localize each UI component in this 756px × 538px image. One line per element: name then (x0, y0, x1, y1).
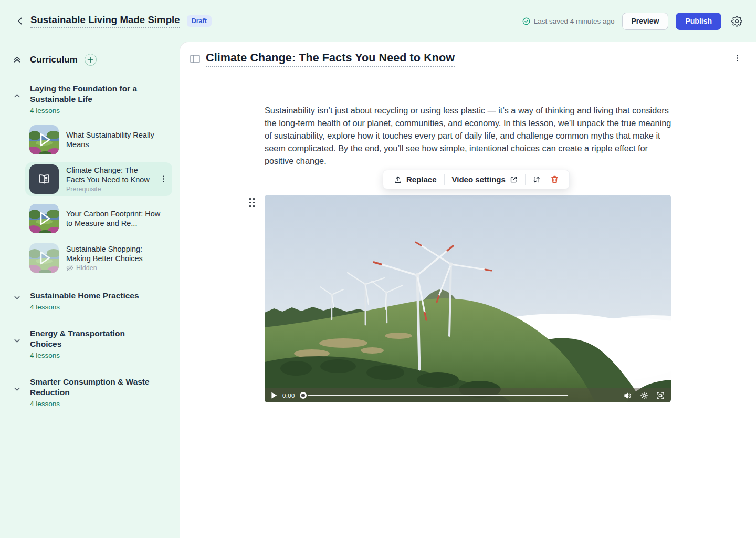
plus-icon (87, 57, 93, 63)
lesson-list: What Sustainability Really Means Climate… (0, 123, 180, 275)
player-settings-icon[interactable] (640, 391, 648, 400)
collapse-all-button[interactable] (13, 55, 22, 64)
lesson-body-text[interactable]: Sustainability isn’t just about recyclin… (265, 104, 673, 167)
lesson-item[interactable]: What Sustainability Really Means (25, 123, 172, 157)
play-button[interactable] (271, 392, 277, 399)
course-title[interactable]: Sustainable Living Made Simple (30, 14, 180, 28)
gear-icon (731, 16, 742, 27)
delete-block-button[interactable] (545, 170, 564, 189)
lesson-item-hidden[interactable]: Sustainable Shopping: Making Better Choi… (25, 241, 172, 275)
curriculum-sidebar: Curriculum Laying the Foundation for a S… (0, 42, 180, 538)
volume-icon[interactable] (624, 391, 632, 400)
panel-left-icon (190, 55, 200, 63)
toolbar-divider (525, 174, 526, 185)
lesson-item[interactable]: Your Carbon Footprint: How to Measure an… (25, 202, 172, 235)
lesson-editor-panel: Climate Change: The Facts You Need to Kn… (180, 42, 756, 538)
chevron-down-icon[interactable] (13, 385, 21, 393)
double-chevron-up-icon (13, 55, 22, 64)
fullscreen-icon[interactable] (656, 391, 665, 400)
lesson-item-selected[interactable]: Climate Change: The Facts You Need to Kn… (25, 162, 172, 196)
section-title: Energy & Transportation Choices (30, 328, 153, 349)
chevron-down-icon[interactable] (13, 294, 21, 302)
chevron-down-icon[interactable] (13, 337, 21, 345)
video-controls-bar: 0:00 (265, 388, 671, 402)
section-title: Laying the Foundation for a Sustainable … (30, 84, 153, 105)
settings-button[interactable] (730, 14, 743, 28)
curriculum-section: Smarter Consumption & Waste Reduction 4 … (0, 377, 180, 408)
lesson-title: Climate Change: The Facts You Need to Kn… (66, 165, 152, 184)
top-bar: Sustainable Living Made Simple Draft Las… (0, 0, 756, 42)
curriculum-header: Curriculum (0, 42, 180, 66)
lesson-prerequisite-label: Prerequisite (66, 185, 152, 193)
toggle-sidebar-button[interactable] (190, 55, 200, 63)
lesson-reading-tile (29, 164, 59, 194)
lesson-video-thumbnail (29, 204, 59, 233)
section-header[interactable]: Energy & Transportation Choices 4 lesson… (0, 328, 180, 359)
lesson-title: What Sustainability Really Means (66, 130, 162, 149)
seek-handle[interactable] (300, 392, 307, 399)
last-saved-text: Last saved 4 minutes ago (534, 17, 615, 25)
status-badge: Draft (187, 15, 212, 27)
sort-arrows-icon (532, 175, 541, 184)
section-lesson-count: 4 lessons (30, 351, 170, 359)
curriculum-title: Curriculum (30, 55, 78, 65)
preview-button[interactable]: Preview (622, 13, 669, 30)
lesson-page-title[interactable]: Climate Change: The Facts You Need to Kn… (206, 51, 455, 67)
section-header[interactable]: Sustainable Home Practices 4 lessons (0, 291, 180, 311)
block-drag-handle[interactable] (249, 198, 255, 207)
curriculum-section: Laying the Foundation for a Sustainable … (0, 84, 180, 275)
video-timestamp: 0:00 (282, 392, 295, 399)
book-open-icon (37, 172, 51, 186)
save-status: Last saved 4 minutes ago (522, 17, 615, 25)
section-title: Smarter Consumption & Waste Reduction (30, 377, 153, 398)
video-settings-button[interactable]: Video settings (447, 170, 523, 189)
replace-video-button[interactable]: Replace (388, 170, 442, 189)
kebab-icon (160, 175, 167, 183)
external-link-icon (510, 175, 518, 183)
video-player[interactable]: 0:00 (265, 195, 671, 402)
back-button[interactable] (13, 14, 27, 28)
kebab-icon (733, 54, 741, 62)
lesson-options-button[interactable] (733, 54, 742, 63)
curriculum-section: Sustainable Home Practices 4 lessons (0, 291, 180, 311)
seek-track[interactable] (308, 395, 568, 396)
section-lesson-count: 4 lessons (30, 107, 170, 115)
section-title: Sustainable Home Practices (30, 291, 153, 301)
section-header[interactable]: Laying the Foundation for a Sustainable … (0, 84, 180, 115)
section-header[interactable]: Smarter Consumption & Waste Reduction 4 … (0, 377, 180, 408)
lesson-hidden-label: Hidden (66, 264, 169, 272)
lesson-video-thumbnail (29, 125, 59, 154)
lesson-title: Your Carbon Footprint: How to Measure an… (66, 209, 162, 228)
section-lesson-count: 4 lessons (30, 400, 170, 408)
toolbar-divider (444, 174, 445, 185)
lesson-title: Sustainable Shopping: Making Better Choi… (66, 244, 162, 263)
lesson-video-thumbnail (29, 243, 59, 273)
chevron-up-icon[interactable] (13, 92, 21, 100)
video-block-toolbar: Replace Video settings (383, 170, 570, 189)
video-poster-wind-turbines (265, 195, 671, 402)
section-lesson-count: 4 lessons (30, 303, 170, 311)
upload-icon (394, 175, 402, 184)
check-circle-icon (522, 17, 530, 25)
chevron-left-icon (16, 17, 24, 25)
trash-icon (550, 175, 559, 184)
curriculum-section: Energy & Transportation Choices 4 lesson… (0, 328, 180, 359)
eye-off-icon (66, 264, 74, 272)
lesson-menu-button[interactable] (160, 175, 168, 183)
publish-button[interactable]: Publish (676, 13, 721, 30)
move-block-button[interactable] (528, 170, 545, 189)
add-section-button[interactable] (85, 54, 97, 66)
